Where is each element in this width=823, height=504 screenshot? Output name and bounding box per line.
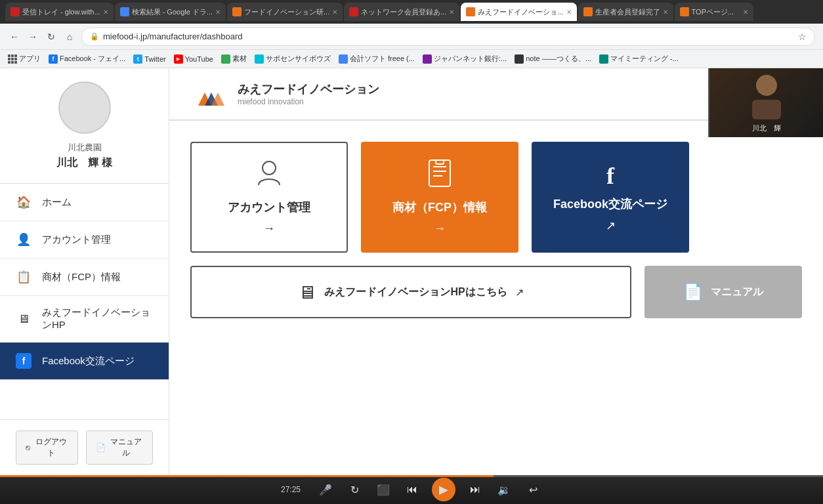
home-button[interactable]: ⌂ [63,30,76,43]
sidebar-label-home: ホーム [42,196,72,209]
browser-chrome: 受信トレイ - glow.with... ✕ 検索結果 - Google ドラ.… [0,0,823,68]
sidebar-item-home[interactable]: 🏠 ホーム [0,184,169,221]
tab-icon-producer [583,7,593,16]
back-button[interactable]: ← [8,30,21,43]
tab-close-7[interactable]: ✕ [743,9,748,16]
hp-link-ext-icon: ↗ [515,286,524,299]
hp-link-card[interactable]: 🖥 みえフードイノベーションHPはこちら ↗ [190,266,631,318]
tab-producer-reg[interactable]: 生産者会員登録完了 ✕ [578,3,673,21]
logout-button-sidebar[interactable]: ⎋ ログアウト [16,430,78,465]
freee-bm-icon [339,54,348,64]
sidebar-avatar [58,81,111,134]
bookmark-note[interactable]: note ——つくる、... [515,54,591,64]
tab-icon-top [680,7,689,16]
dashboard-row-1: アカウント管理 → 商材（FCP）情報 → [190,142,802,253]
facebook-bm-icon: f [49,54,58,64]
repeat-button[interactable]: ↩ [524,480,542,499]
fcp-card-arrow: → [434,222,446,236]
bookmark-cybozu[interactable]: サポセンサイボウズ [255,54,331,64]
bookmark-apps[interactable]: アプリ [8,54,41,64]
video-name: 川北 輝 [747,123,786,133]
sidebar-company: 川北農園 [68,142,102,154]
tab-google[interactable]: 検索結果 - Google ドラ... ✕ [115,3,226,21]
bookmark-freee-label: 会計ソフト freee (... [350,54,415,64]
fcp-card-title: 商材（FCP）情報 [392,200,487,215]
note-bm-icon [515,54,524,64]
star-icon[interactable]: ☆ [798,32,807,42]
url-bar[interactable]: 🔒 miefood-i.jp/manufacturer/dashboard ☆ [81,28,815,46]
tab-gmail[interactable]: 受信トレイ - glow.with... ✕ [5,3,114,21]
bookmark-youtube[interactable]: ▶ YouTube [174,54,213,64]
tab-label-5: みえフードイノベーショ... [478,7,563,17]
play-button[interactable]: ▶ [432,478,455,501]
sidebar-item-facebook[interactable]: f Facebook交流ページ [0,343,169,380]
logout-sidebar-icon: ⎋ [26,443,30,452]
tab-mie-active[interactable]: みえフードイノベーショ... ✕ [461,3,576,21]
facebook-card-title: Facebook交流ページ [553,196,667,212]
account-card-icon [256,159,282,193]
svg-point-5 [263,161,276,175]
reload-button[interactable]: ↻ [45,30,58,43]
tab-network[interactable]: ネットワーク会員登録あ... ✕ [344,3,459,21]
hp-link-label: みえフードイノベーションHPはこちら [324,285,507,299]
video-controls-bar: 27:25 🎤 ↻ ⬛ ⏮ ▶ ⏭ 🔉 ↩ [0,475,823,504]
sidebar-item-fcp[interactable]: 📋 商材（FCP）情報 [0,259,169,296]
tab-close-6[interactable]: ✕ [663,9,668,16]
manual-sidebar-icon: 📄 [96,443,106,452]
progress-bar-container [0,475,823,477]
sidebar-item-hp[interactable]: 🖥 みえフードイノベーションHP [0,296,169,343]
tab-close-5[interactable]: ✕ [566,9,572,16]
sidebar-label-account: アカウント管理 [42,234,111,246]
svg-point-0 [756,75,777,96]
forward-button[interactable]: → [26,30,39,43]
account-icon: 👤 [16,232,32,247]
bookmark-freee[interactable]: 会計ソフト freee (... [339,54,415,64]
manual-card-label: マニュアル [711,285,763,299]
dashboard: アカウント管理 → 商材（FCP）情報 → [169,121,823,339]
manual-card[interactable]: 📄 マニュアル [644,266,802,318]
person-silhouette [747,72,786,119]
rewind-button[interactable]: ⏮ [403,480,421,499]
forward-button-vc[interactable]: ⏭ [466,480,484,499]
bookmark-sozai[interactable]: 素材 [221,54,247,64]
logo-svg [190,81,230,107]
bookmark-fb-label: Facebook - フェイ... [60,54,125,64]
playback-time: 27:25 [281,485,301,494]
address-bar: ← → ↻ ⌂ 🔒 miefood-i.jp/manufacturer/dash… [0,24,823,50]
stop-button[interactable]: ⬛ [374,480,392,499]
account-card[interactable]: アカウント管理 → [190,142,348,253]
tab-close-4[interactable]: ✕ [449,9,454,16]
bookmark-meeting[interactable]: マイミーティング -... [599,54,679,64]
svg-rect-10 [436,160,444,164]
fcp-card[interactable]: 商材（FCP）情報 → [361,142,518,253]
bookmark-japannet[interactable]: ジャパンネット銀行:... [423,54,507,64]
logout-sidebar-label: ログアウト [34,436,68,459]
twitter-bm-icon: t [133,54,142,64]
mic-button[interactable]: 🎤 [316,480,335,499]
url-text: miefood-i.jp/manufacturer/dashboard [103,32,242,41]
bookmark-cybozu-label: サポセンサイボウズ [266,54,331,64]
facebook-card[interactable]: f Facebook交流ページ ↗ [532,142,689,253]
hp-link-icon: 🖥 [298,282,316,303]
tab-label-3: フードイノベーション研... [244,7,329,17]
sidebar-username: 川北 輝 様 [56,156,112,170]
video-overlay: 川北 輝 [708,68,823,137]
bookmark-facebook[interactable]: f Facebook - フェイ... [49,54,125,64]
tab-label-1: 受信トレイ - glow.with... [22,7,100,17]
japannet-bm-icon [423,54,432,64]
fcp-icon: 📋 [16,269,32,285]
tab-bar: 受信トレイ - glow.with... ✕ 検索結果 - Google ドラ.… [0,0,823,24]
volume-down-button[interactable]: 🔉 [495,480,513,499]
refresh-button[interactable]: ↻ [345,480,364,499]
facebook-card-ext: ↗ [606,219,616,233]
tab-close-3[interactable]: ✕ [332,9,337,16]
tab-top[interactable]: TOPページ... ✕ [675,3,753,21]
sidebar-item-account[interactable]: 👤 アカウント管理 [0,221,169,259]
tab-close-1[interactable]: ✕ [103,9,108,16]
bookmark-meeting-label: マイミーティング -... [610,54,679,64]
manual-button-sidebar[interactable]: 📄 マニュアル [86,430,153,465]
tab-close-2[interactable]: ✕ [215,9,221,16]
tab-food-research[interactable]: フードイノベーション研... ✕ [227,3,343,21]
sidebar-label-fcp: 商材（FCP）情報 [42,271,121,284]
bookmark-twitter[interactable]: t Twitter [133,54,165,64]
